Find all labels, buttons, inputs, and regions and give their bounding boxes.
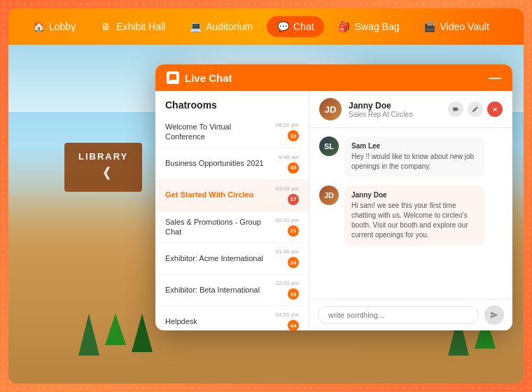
chatroom-badge: 44 bbox=[288, 320, 299, 330]
chat-header-left: Live Chat bbox=[167, 71, 232, 84]
nav-item-chat[interactable]: 💬 Chat bbox=[267, 16, 324, 37]
chatroom-name: Helpdesk bbox=[165, 316, 272, 326]
contact-actions: ✕ bbox=[448, 102, 503, 117]
chatroom-item[interactable]: Sales & Promotions - Group Chat02:31 pm2… bbox=[155, 211, 309, 244]
message-avatar: SL bbox=[319, 136, 339, 156]
chatroom-badge: 19 bbox=[288, 288, 299, 300]
chatroom-badge: 24 bbox=[288, 257, 299, 268]
chatroom-name: Exhibitor: Beta International bbox=[165, 285, 272, 295]
chat-nav-icon: 💬 bbox=[276, 20, 289, 33]
messages-area: SLSam LeeHey !! would like to know about… bbox=[309, 128, 512, 299]
message-sender: Janny Doe bbox=[351, 191, 477, 199]
chat-text-input[interactable] bbox=[318, 306, 479, 324]
auditorium-icon: 💻 bbox=[189, 20, 202, 33]
edit-button[interactable] bbox=[468, 102, 483, 117]
contact-details: Janny Doe Sales Rep At Circleo bbox=[349, 101, 413, 118]
library-sign: LIBRARY 《 bbox=[64, 143, 142, 192]
chatroom-item[interactable]: Exhibitor: Acme International01:48 pm24 bbox=[155, 243, 309, 274]
send-message-button[interactable] bbox=[484, 305, 504, 325]
chat-input-area bbox=[309, 299, 512, 330]
outer-frame: 🏠 Lobby 🖥 Exhibit Hall 💻 Auditorium 💬 Ch… bbox=[0, 0, 532, 392]
inner-container: 🏠 Lobby 🖥 Exhibit Hall 💻 Auditorium 💬 Ch… bbox=[8, 8, 524, 384]
contact-avatar: JD bbox=[319, 98, 342, 120]
chatroom-time: 02:31 pm bbox=[276, 217, 299, 223]
chatroom-meta: 02:31 pm21 bbox=[276, 217, 299, 237]
message-row: SLSam LeeHey !! would like to know about… bbox=[319, 136, 503, 177]
chatroom-time: 01:48 pm bbox=[276, 248, 299, 255]
contact-info: JD Janny Doe Sales Rep At Circleo bbox=[319, 98, 413, 120]
chatroom-name: Sales & Promotions - Group Chat bbox=[165, 217, 272, 237]
chatroom-name: Welcome To Virtual Conference bbox=[165, 122, 272, 142]
chatrooms-heading: Chatrooms bbox=[155, 91, 309, 116]
contact-title: Sales Rep At Circleo bbox=[349, 111, 413, 118]
contact-name: Janny Doe bbox=[349, 101, 413, 111]
minimize-button[interactable]: — bbox=[489, 71, 501, 84]
chatroom-item[interactable]: Get Started With Circleo03:09 pm17 bbox=[155, 180, 309, 211]
video-call-button[interactable] bbox=[448, 102, 463, 117]
message-bubble: Sam LeeHey !! would like to know about n… bbox=[344, 136, 484, 177]
tree-3 bbox=[132, 314, 153, 352]
chatroom-meta: 08:31 pm10 bbox=[276, 122, 299, 141]
nav-bar: 🏠 Lobby 🖥 Exhibit Hall 💻 Auditorium 💬 Ch… bbox=[8, 8, 524, 45]
message-row: JDJanny DoeHi sam! we see this your firs… bbox=[319, 186, 503, 246]
chat-messages-panel: JD Janny Doe Sales Rep At Circleo bbox=[309, 91, 512, 330]
message-bubble: Janny DoeHi sam! we see this your first … bbox=[344, 186, 484, 246]
nav-label-video: Video Vault bbox=[440, 21, 489, 32]
chatrooms-panel: Chatrooms Welcome To Virtual Conference0… bbox=[155, 91, 309, 330]
trees-left bbox=[78, 314, 153, 356]
chatroom-item[interactable]: Business Opportunities 20216:48 am45 bbox=[155, 148, 309, 180]
nav-label-chat: Chat bbox=[293, 21, 314, 32]
library-arrows: 《 bbox=[78, 164, 128, 183]
chatroom-meta: 6:48 am45 bbox=[279, 154, 299, 174]
chat-header-icon bbox=[167, 71, 179, 84]
chat-modal-header: Live Chat — bbox=[155, 64, 512, 91]
chatroom-meta: 04:51 pm44 bbox=[276, 312, 299, 330]
nav-label-swag: Swag Bag bbox=[355, 21, 400, 32]
chat-modal: Live Chat — Chatrooms Welcome To Virtual… bbox=[155, 64, 512, 330]
chatroom-meta: 12:20 pm19 bbox=[276, 280, 299, 300]
tree-2 bbox=[105, 314, 126, 345]
message-avatar: JD bbox=[319, 186, 339, 205]
chatroom-badge: 10 bbox=[288, 130, 299, 141]
home-icon: 🏠 bbox=[32, 20, 45, 33]
chatroom-name: Business Opportunities 2021 bbox=[165, 158, 274, 168]
video-vault-icon: 🎬 bbox=[424, 20, 436, 33]
chat-body: Chatrooms Welcome To Virtual Conference0… bbox=[155, 91, 512, 330]
nav-item-exhibit-hall[interactable]: 🖥 Exhibit Hall bbox=[90, 16, 175, 37]
nav-item-lobby[interactable]: 🏠 Lobby bbox=[22, 16, 85, 37]
chatroom-item[interactable]: Exhibitor: Beta International12:20 pm19 bbox=[155, 274, 309, 306]
nav-label-lobby: Lobby bbox=[49, 21, 76, 32]
nav-label-auditorium: Auditorium bbox=[206, 21, 253, 32]
chatroom-item[interactable]: Welcome To Virtual Conference08:31 pm10 bbox=[155, 116, 309, 148]
chatroom-badge: 17 bbox=[288, 194, 299, 205]
exhibit-icon: 🖥 bbox=[99, 20, 112, 33]
chatroom-time: 08:31 pm bbox=[276, 122, 299, 128]
nav-item-swag-bag[interactable]: 🎒 Swag Bag bbox=[328, 16, 410, 37]
message-text: Hi sam! we see this your first time chat… bbox=[351, 201, 477, 240]
close-chat-button[interactable]: ✕ bbox=[487, 102, 503, 117]
nav-item-auditorium[interactable]: 💻 Auditorium bbox=[179, 16, 262, 37]
message-text: Hey !! would like to know about new job … bbox=[351, 152, 477, 172]
swag-icon: 🎒 bbox=[338, 20, 351, 33]
chatroom-time: 6:48 am bbox=[279, 154, 299, 160]
chatroom-name: Exhibitor: Acme International bbox=[165, 253, 272, 263]
chatroom-time: 03:09 pm bbox=[276, 186, 299, 192]
chatroom-item[interactable]: Helpdesk04:51 pm44 bbox=[155, 306, 309, 330]
chatroom-name: Get Started With Circleo bbox=[165, 190, 272, 200]
chatroom-badge: 45 bbox=[288, 162, 299, 174]
chatroom-time: 04:51 pm bbox=[276, 312, 299, 318]
contact-header: JD Janny Doe Sales Rep At Circleo bbox=[309, 91, 512, 128]
chatroom-list: Welcome To Virtual Conference08:31 pm10B… bbox=[155, 116, 309, 330]
nav-label-exhibit: Exhibit Hall bbox=[116, 21, 165, 32]
chatroom-time: 12:20 pm bbox=[276, 280, 299, 286]
chatroom-meta: 01:48 pm24 bbox=[276, 248, 299, 268]
message-sender: Sam Lee bbox=[351, 142, 477, 150]
avatar-initials: JD bbox=[325, 104, 337, 115]
chatroom-meta: 03:09 pm17 bbox=[276, 186, 299, 205]
tree-1 bbox=[78, 314, 99, 356]
nav-item-video-vault[interactable]: 🎬 Video Vault bbox=[414, 16, 499, 37]
chatroom-badge: 21 bbox=[288, 225, 299, 237]
chat-modal-title: Live Chat bbox=[185, 72, 232, 84]
